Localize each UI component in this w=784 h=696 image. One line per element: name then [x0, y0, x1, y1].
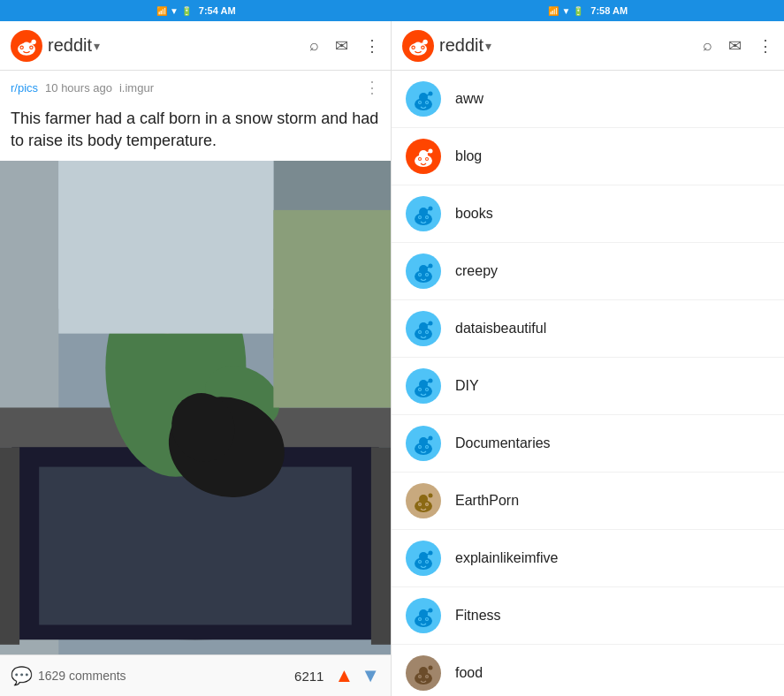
subreddit-name: books [455, 206, 493, 222]
post-time: 10 hours ago [45, 81, 112, 95]
subreddit-avatar [406, 426, 441, 461]
svg-point-56 [419, 322, 428, 331]
left-status-bar: 📶 ▼ 🔋 7:54 AM [0, 0, 392, 21]
svg-point-2 [23, 42, 31, 49]
svg-point-78 [426, 446, 428, 448]
svg-point-24 [426, 102, 428, 103]
more-button-left[interactable]: ⋮ [364, 36, 380, 56]
left-time: 7:54 AM [199, 5, 236, 16]
left-reddit-title[interactable]: reddit ▾ [48, 35, 100, 56]
list-item[interactable]: Documentaries [392, 415, 784, 473]
battery-icon: 🔋 [181, 6, 192, 16]
svg-line-26 [426, 95, 430, 95]
more-button-right[interactable]: ⋮ [757, 36, 773, 56]
svg-point-32 [419, 158, 421, 160]
svg-point-51 [426, 274, 428, 276]
svg-point-77 [419, 446, 421, 448]
subreddit-avatar [406, 368, 441, 404]
mail-button-right[interactable]: ✉ [728, 36, 742, 56]
list-item[interactable]: DIY [392, 358, 784, 415]
svg-point-47 [419, 265, 428, 274]
wifi-icon: ▼ [170, 6, 179, 16]
svg-point-86 [419, 503, 421, 505]
svg-point-88 [429, 494, 433, 498]
svg-point-11 [415, 42, 422, 49]
right-reddit-title[interactable]: reddit ▾ [439, 35, 491, 56]
post-subreddit[interactable]: r/pics [11, 81, 38, 95]
svg-point-33 [426, 158, 428, 160]
svg-point-7 [21, 46, 23, 48]
svg-point-100 [419, 609, 428, 618]
left-panel: reddit ▾ ⌕ ✉ ⋮ r/pics 10 hours ago i.img… [0, 21, 392, 696]
svg-point-60 [426, 331, 428, 333]
post-meta: r/pics 10 hours ago i.imgur ⋮ [0, 71, 391, 104]
battery-icon-right: 🔋 [573, 6, 583, 16]
svg-point-104 [426, 618, 428, 620]
right-dropdown-arrow[interactable]: ▾ [485, 39, 491, 53]
list-item[interactable]: Fitness [392, 587, 784, 645]
list-item[interactable]: food [392, 645, 784, 696]
list-item[interactable]: creepy [392, 243, 784, 300]
svg-point-95 [426, 561, 428, 563]
subreddit-avatar [406, 655, 441, 691]
search-button-left[interactable]: ⌕ [309, 36, 319, 55]
svg-line-80 [426, 439, 430, 440]
right-status-bar: 📶 ▼ 🔋 7:58 AM [392, 0, 785, 21]
post-image-canvas [0, 161, 391, 654]
downvote-button[interactable]: ▼ [361, 664, 380, 687]
comment-count[interactable]: 1629 comments [38, 669, 126, 683]
svg-point-42 [426, 216, 428, 218]
list-item[interactable]: books [392, 185, 784, 243]
left-app-bar-icons: ⌕ ✉ ⋮ [309, 36, 380, 56]
post-footer: 💬 1629 comments 6211 ▲ ▼ [0, 654, 391, 696]
post-more-icon[interactable]: ⋮ [364, 78, 380, 97]
svg-point-50 [419, 274, 421, 276]
subreddit-name: aww [455, 91, 483, 107]
svg-point-20 [419, 93, 428, 102]
right-app-bar-left: reddit ▾ [402, 30, 703, 62]
subreddit-avatar [406, 311, 441, 346]
subreddit-name: dataisbeautiful [455, 321, 546, 337]
svg-point-68 [419, 389, 421, 390]
subreddit-name: creepy [455, 263, 498, 279]
right-app-bar: reddit ▾ ⌕ ✉ ⋮ [392, 21, 784, 71]
svg-point-112 [419, 676, 421, 677]
list-item[interactable]: EarthPorn [392, 473, 784, 530]
svg-point-91 [419, 552, 428, 561]
list-item[interactable]: aww [392, 71, 784, 128]
post-area: r/pics 10 hours ago i.imgur ⋮ This farme… [0, 71, 391, 696]
search-button-right[interactable]: ⌕ [703, 36, 712, 55]
post-image[interactable] [0, 161, 391, 654]
wifi-icon-right: ▼ [561, 6, 570, 16]
mail-button-left[interactable]: ✉ [335, 36, 348, 56]
subreddit-avatar [406, 196, 441, 231]
right-app-bar-icons: ⌕ ✉ ⋮ [703, 36, 773, 56]
svg-point-59 [419, 331, 421, 333]
svg-point-41 [419, 216, 421, 218]
svg-point-23 [419, 102, 421, 103]
status-bars: 📶 ▼ 🔋 7:54 AM 📶 ▼ 🔋 7:58 AM [0, 0, 784, 21]
left-dropdown-arrow[interactable]: ▾ [94, 39, 100, 53]
upvote-button[interactable]: ▲ [334, 664, 354, 687]
subreddit-avatar [406, 483, 441, 518]
left-app-name: reddit [48, 35, 92, 56]
svg-line-71 [426, 382, 430, 382]
subreddit-name: food [455, 665, 483, 681]
left-app-bar: reddit ▾ ⌕ ✉ ⋮ [0, 21, 391, 71]
vote-score: 6211 [294, 669, 323, 684]
list-item[interactable]: blog [392, 128, 784, 185]
post-title: This farmer had a calf born in a snow st… [0, 104, 391, 161]
list-item[interactable]: dataisbeautiful [392, 300, 784, 358]
subreddit-name: EarthPorn [455, 493, 519, 509]
list-item[interactable]: explainlikeimfive [392, 530, 784, 587]
reddit-logo-left [11, 30, 42, 62]
comment-icon: 💬 [11, 665, 33, 686]
subreddit-name: Fitness [455, 608, 501, 624]
subreddit-avatar [406, 253, 441, 289]
subreddit-avatar [406, 81, 441, 117]
svg-point-87 [426, 503, 428, 505]
svg-line-106 [426, 611, 430, 612]
right-app-name: reddit [439, 35, 483, 56]
svg-point-69 [426, 389, 428, 390]
subreddit-name: Documentaries [455, 435, 551, 451]
